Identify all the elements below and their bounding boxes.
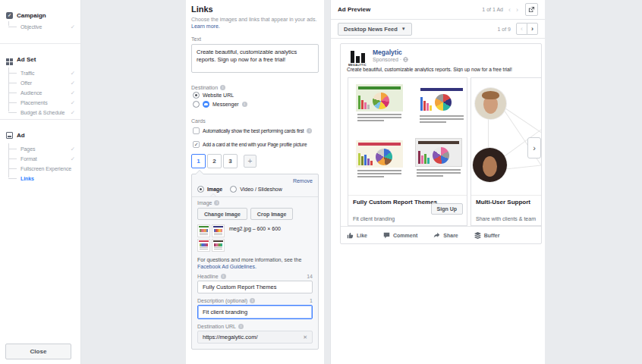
section-label: Ad Set <box>17 56 36 63</box>
bar-chart-logo-icon <box>347 50 368 63</box>
facebook-ad-guidelines-link[interactable]: Facebook Ad Guidelines. <box>197 264 256 269</box>
sidebar-item-audience[interactable]: Audience ✓ <box>0 88 80 98</box>
sidebar-item-objective[interactable]: Objective ✓ <box>0 22 80 32</box>
sponsored-label: Sponsored · <box>373 56 401 63</box>
ad-action-bar: Like Comment Share Buffer <box>341 226 541 244</box>
avatar <box>473 148 507 182</box>
info-icon: i <box>214 200 219 206</box>
next-card-button[interactable]: › <box>527 137 541 158</box>
open-external-button[interactable] <box>525 3 538 16</box>
radio-icon <box>193 101 200 108</box>
info-icon: i <box>307 128 312 133</box>
format-dropdown[interactable]: Desktop News Feed ▼ <box>338 23 412 36</box>
checkbox-icon <box>193 127 200 134</box>
sign-up-button[interactable]: Sign Up <box>431 203 463 215</box>
change-image-button[interactable]: Change Image <box>197 208 247 220</box>
sidebar-item-fullscreen-experience[interactable]: Fullscreen Experience <box>0 164 80 174</box>
card-1-description: Fit client branding <box>353 216 395 221</box>
check-icon: ✓ <box>71 154 75 164</box>
destination-website-radio[interactable]: Website URL <box>193 90 319 99</box>
brand-link[interactable]: Megalytic <box>373 49 541 56</box>
buffer-button[interactable]: Buffer <box>474 232 500 239</box>
divider <box>0 43 80 44</box>
image-thumbnail <box>197 224 225 252</box>
buffer-icon <box>474 232 481 239</box>
sidebar-item-traffic[interactable]: Traffic ✓ <box>0 68 80 78</box>
ad-set-icon <box>6 58 9 61</box>
destination-messenger-radio[interactable]: Messenger i <box>193 99 319 109</box>
card-tabs: 1 2 3 + <box>191 154 319 168</box>
next-ad-button[interactable]: › <box>516 6 518 14</box>
wizard-sidebar: Campaign Objective ✓ Ad Set Traffic ✓ Of… <box>0 0 81 364</box>
section-campaign: Campaign <box>0 11 80 20</box>
radio-icon <box>230 186 237 193</box>
check-icon: ✓ <box>71 22 75 32</box>
prev-ad-button[interactable]: ‹ <box>508 6 511 14</box>
card-2-headline: Multi-User Support <box>476 199 537 206</box>
globe-icon <box>403 57 408 62</box>
check-icon: ✓ <box>71 144 75 154</box>
description-label: Description (optional) <box>197 298 247 303</box>
carousel: Fully Custom Report Themes Sign Up Fit c… <box>348 77 543 226</box>
thumbs-up-icon <box>347 232 354 239</box>
info-icon: i <box>238 324 244 329</box>
ad-pager: 1 of 1 Ad <box>482 7 503 12</box>
destination-url-input[interactable]: https://megalytic.com/ ✕ <box>197 331 313 344</box>
campaign-icon <box>6 12 13 19</box>
crop-image-button[interactable]: Crop Image <box>250 208 294 220</box>
description-input[interactable]: Fit client branding <box>197 305 313 319</box>
sidebar-item-format[interactable]: Format ✓ <box>0 154 80 164</box>
info-icon: i <box>250 298 255 303</box>
section-ad-set: Ad Set <box>0 55 80 64</box>
headline-input[interactable]: Fully Custom Report Themes <box>197 281 313 293</box>
card-tab-2[interactable]: 2 <box>207 154 222 168</box>
add-card-tab-button[interactable]: + <box>244 155 256 168</box>
sidebar-item-offer[interactable]: Offer ✓ <box>0 78 80 88</box>
share-button[interactable]: Share <box>433 232 458 239</box>
cards-label: Cards <box>191 118 319 124</box>
section-ad: Ad <box>0 130 80 140</box>
card-2-description: Share with clients & team <box>476 216 536 221</box>
text-label: Text <box>191 36 319 42</box>
ad-body-text: Create beautiful, customizable analytics… <box>341 63 541 72</box>
close-button[interactable]: Close <box>5 344 71 359</box>
learn-more-link[interactable]: Learn more. <box>191 24 220 29</box>
messenger-icon <box>203 101 209 108</box>
like-button[interactable]: Like <box>347 232 367 239</box>
check-icon: ✓ <box>71 108 75 118</box>
ad-icon <box>6 132 13 139</box>
check-icon: ✓ <box>71 68 75 78</box>
page-title: Links <box>191 5 319 14</box>
description-char-count: 1 <box>310 298 313 303</box>
divider <box>0 119 80 120</box>
check-icon: ✓ <box>71 98 75 108</box>
add-end-card-checkbox[interactable]: ✓ Add a card at the end with your Page p… <box>193 140 319 149</box>
radio-selected-icon <box>197 186 204 193</box>
sidebar-item-budget-schedule[interactable]: Budget & Schedule ✓ <box>0 108 80 118</box>
image-filename: meg2.jpg – 600 × 600 <box>229 226 281 231</box>
sidebar-item-placements[interactable]: Placements ✓ <box>0 98 80 108</box>
info-icon: i <box>221 274 226 279</box>
remove-card-link[interactable]: Remove <box>293 178 313 184</box>
comment-button[interactable]: Comment <box>383 232 417 239</box>
radio-selected-icon <box>193 92 200 99</box>
checkbox-checked-icon: ✓ <box>193 141 200 148</box>
clear-url-icon[interactable]: ✕ <box>303 334 307 340</box>
text-input[interactable]: Create beautiful, customizable analytics… <box>191 44 319 73</box>
caret-down-icon: ▼ <box>401 27 406 31</box>
info-icon: i <box>220 85 225 90</box>
next-frame-button[interactable]: › <box>527 23 538 35</box>
info-icon: i <box>242 102 247 107</box>
headline-label: Headline <box>197 274 219 279</box>
media-image-radio[interactable]: Image <box>197 184 222 193</box>
prev-frame-button[interactable]: ‹ <box>516 23 527 35</box>
frame-pager: 1 of 9 <box>497 27 511 32</box>
media-video-radio[interactable]: Video / Slideshow <box>230 184 282 193</box>
ad-preview-card: MEGALYTIC Megalytic Sponsored · Create b… <box>340 43 542 244</box>
sidebar-item-links[interactable]: Links <box>0 174 80 184</box>
card-tab-3[interactable]: 3 <box>223 154 238 168</box>
sidebar-item-pages[interactable]: Pages ✓ <box>0 144 80 154</box>
carousel-card-1[interactable]: Fully Custom Report Themes Sign Up Fit c… <box>348 77 467 226</box>
card-tab-1[interactable]: 1 <box>191 154 206 168</box>
auto-show-best-cards-checkbox[interactable]: Automatically show the best performing c… <box>193 126 319 135</box>
